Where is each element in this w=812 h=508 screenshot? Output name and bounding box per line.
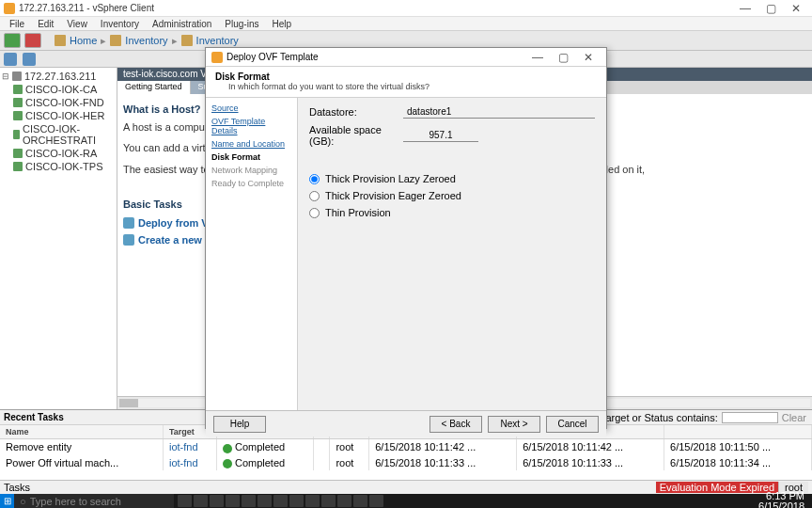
breadcrumb: Home ▸ Inventory ▸ Inventory — [55, 35, 239, 47]
taskbar-app-icon[interactable] — [194, 495, 208, 507]
create-icon — [123, 234, 134, 246]
help-button[interactable]: Help — [213, 416, 266, 433]
inventory-tree: ⊟172.27.163.211 CISCO-IOK-CA CISCO-IOK-F… — [0, 68, 117, 409]
window-title: 172.27.163.211 - vSphere Client — [19, 3, 740, 13]
menu-file[interactable]: File — [4, 18, 30, 30]
menu-administration[interactable]: Administration — [147, 18, 217, 30]
next-button[interactable]: Next > — [488, 416, 540, 433]
step-ovf-details[interactable]: OVF Template Details — [211, 117, 291, 135]
maximize-button[interactable]: ▢ — [766, 2, 776, 15]
tree-vm[interactable]: CISCO-IOK-TPS — [2, 160, 115, 173]
filter-clear[interactable]: Clear — [782, 412, 806, 423]
crumb-sep-icon: ▸ — [172, 35, 178, 47]
dialog-titlebar: Deploy OVF Template — ▢ ✕ — [206, 48, 606, 67]
menu-help[interactable]: Help — [267, 18, 298, 30]
menu-inventory[interactable]: Inventory — [95, 18, 145, 30]
tab-getting-started[interactable]: Getting Started — [117, 81, 191, 94]
tree-vm[interactable]: CISCO-IOK-RA — [2, 147, 115, 160]
step-name-location[interactable]: Name and Location — [211, 139, 291, 149]
table-row[interactable]: Remove entity iot-fnd Completed root 6/1… — [0, 439, 812, 455]
tray-icon[interactable] — [718, 497, 727, 506]
vm-icon — [13, 111, 23, 120]
dialog-close[interactable]: ✕ — [584, 51, 593, 64]
menu-view[interactable]: View — [61, 18, 93, 30]
taskbar-app-icon[interactable] — [273, 495, 288, 507]
crumb-inventory-1[interactable]: Inventory — [125, 35, 167, 46]
vm-icon — [13, 98, 23, 107]
tray-icon[interactable] — [730, 497, 740, 506]
col[interactable] — [664, 425, 812, 439]
dialog-title: Deploy OVF Template — [226, 52, 532, 62]
taskbar-app-icon[interactable] — [305, 495, 320, 507]
dialog-form: Datastore: datastore1 Available space (G… — [298, 98, 606, 410]
toolbar-icon[interactable] — [23, 53, 36, 66]
radio-thick-eager[interactable] — [309, 191, 320, 201]
deploy-ovf-dialog: Deploy OVF Template — ▢ ✕ Disk Format In… — [205, 47, 607, 429]
tray-icon[interactable] — [742, 497, 752, 506]
datastore-value: datastore1 — [403, 105, 595, 119]
tree-vm[interactable]: CISCO-IOK-FND — [2, 96, 115, 109]
taskbar-app-icon[interactable] — [353, 495, 367, 507]
provision-radios: Thick Provision Lazy Zeroed Thick Provis… — [309, 173, 595, 218]
menu-edit[interactable]: Edit — [32, 18, 59, 30]
toolbar-btn-2[interactable] — [24, 33, 41, 48]
start-button[interactable]: ⊞ — [0, 494, 14, 508]
window-titlebar: 172.27.163.211 - vSphere Client — ▢ ✕ — [0, 0, 812, 17]
step-source[interactable]: Source — [211, 103, 291, 113]
datastore-label: Datastore: — [309, 106, 403, 118]
vm-icon — [13, 162, 23, 171]
status-ok-icon — [223, 444, 232, 453]
dialog-header: Disk Format In which format do you want … — [206, 67, 606, 98]
toolbar-btn-1[interactable] — [4, 33, 21, 48]
taskbar-app-icon[interactable] — [321, 495, 336, 507]
dialog-body: Source OVF Template Details Name and Loc… — [206, 98, 606, 410]
toolbar-icon[interactable] — [4, 53, 17, 66]
taskbar-search[interactable]: ○ Type here to search — [14, 494, 174, 508]
tree-vm[interactable]: CISCO-IOK-ORCHESTRATI — [2, 122, 115, 147]
vm-icon — [13, 130, 20, 139]
table-row[interactable]: Power Off virtual mach... iot-fnd Comple… — [0, 455, 812, 471]
radio-thin[interactable] — [309, 208, 320, 218]
tray-icon[interactable] — [706, 497, 715, 506]
taskbar-app-icon[interactable] — [242, 495, 256, 507]
crumb-inventory-2[interactable]: Inventory — [196, 35, 239, 46]
tree-vm[interactable]: CISCO-IOK-CA — [2, 83, 115, 96]
menu-plugins[interactable]: Plug-ins — [219, 18, 264, 30]
taskbar-app-icon[interactable] — [369, 495, 383, 507]
wizard-steps: Source OVF Template Details Name and Loc… — [206, 98, 298, 410]
taskbar-app-icon[interactable] — [210, 495, 224, 507]
taskbar-app-icon[interactable] — [337, 495, 351, 507]
back-button[interactable]: < Back — [429, 416, 482, 433]
inventory-icon — [181, 35, 193, 46]
taskbar-app-icon[interactable] — [289, 495, 304, 507]
home-icon — [55, 35, 66, 46]
tree-vm[interactable]: CISCO-IOK-HER — [2, 109, 115, 122]
filter-input[interactable] — [722, 412, 778, 423]
crumb-home[interactable]: Home — [70, 35, 97, 46]
dialog-section: Disk Format — [215, 71, 270, 82]
host-icon — [12, 71, 22, 81]
tree-root[interactable]: ⊟172.27.163.211 — [2, 70, 115, 83]
radio-thick-lazy[interactable] — [309, 174, 320, 184]
dialog-buttons: Help < Back Next > Cancel — [206, 410, 606, 437]
dialog-maximize[interactable]: ▢ — [558, 51, 569, 64]
vm-icon — [13, 85, 23, 94]
dialog-minimize[interactable]: — — [532, 51, 543, 64]
minimize-button[interactable]: — — [740, 2, 751, 15]
vm-icon — [13, 149, 23, 158]
taskbar-clock[interactable]: 6:13 PM6/15/2018 — [755, 491, 808, 509]
step-disk-format: Disk Format — [211, 152, 291, 162]
step-ready: Ready to Complete — [211, 179, 291, 188]
taskbar-app-icon[interactable] — [178, 495, 192, 507]
col-name[interactable]: Name — [0, 425, 163, 439]
taskbar-app-icon[interactable] — [258, 495, 272, 507]
menu-bar: File Edit View Inventory Administration … — [0, 17, 812, 31]
taskbar-app-icon[interactable] — [226, 495, 240, 507]
space-label: Available space (GB): — [309, 124, 403, 147]
cancel-button[interactable]: Cancel — [546, 416, 599, 433]
tasks-link[interactable]: Tasks — [4, 482, 30, 493]
tray-icon[interactable] — [681, 497, 691, 506]
close-button[interactable]: ✕ — [791, 2, 801, 15]
tray-icon[interactable] — [694, 497, 703, 506]
crumb-sep-icon: ▸ — [101, 35, 106, 47]
